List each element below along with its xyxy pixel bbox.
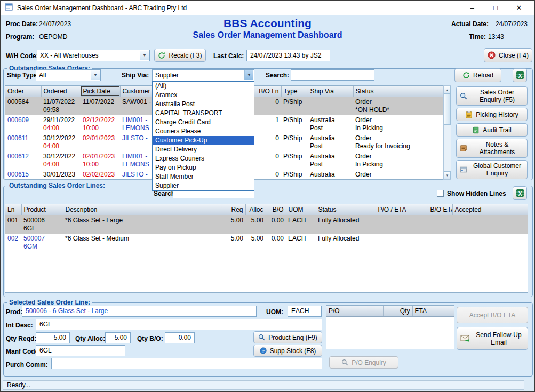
- dropdown-item[interactable]: Supplier: [153, 181, 254, 190]
- scrollbar-thumb[interactable]: [444, 94, 451, 125]
- dropdown-item[interactable]: Australia Post: [153, 100, 254, 109]
- titlebar: Sales Order Management Dashboard - ABC T…: [1, 1, 534, 15]
- column-header[interactable]: ETA: [412, 306, 454, 316]
- reload-button[interactable]: Reload: [454, 68, 501, 82]
- column-header[interactable]: Req: [222, 204, 245, 215]
- cell: OrderReady for Invoicing: [353, 170, 443, 180]
- maximize-button[interactable]: □: [484, 2, 507, 14]
- svg-text:?: ?: [262, 349, 265, 354]
- column-header[interactable]: Status: [316, 204, 376, 215]
- send-followup-email-button[interactable]: Send Follow-Up Email: [457, 327, 528, 350]
- close-button[interactable]: Close (F4): [484, 48, 532, 62]
- purch-comm-label: Purch Comm:: [6, 361, 48, 369]
- dropdown-item[interactable]: Staff Member: [153, 172, 254, 181]
- recalc-button[interactable]: Recalc (F3): [154, 49, 206, 62]
- column-header[interactable]: Description: [63, 204, 222, 215]
- line-row[interactable]: 0025000076GM*6 Glass Set - Medium5.005.0…: [5, 234, 528, 252]
- prod-field: 500006 - 6 Glass Set - Large: [22, 306, 257, 317]
- column-header[interactable]: Order: [5, 86, 41, 97]
- column-header[interactable]: Type: [281, 86, 308, 97]
- column-header[interactable]: B/O Ln: [253, 86, 281, 97]
- column-header[interactable]: Ln: [5, 204, 21, 215]
- dropdown-item[interactable]: (All): [153, 82, 254, 91]
- last-calc-value: 24/07/2023 13:43 by JS2: [246, 50, 330, 61]
- column-header[interactable]: Status: [353, 86, 443, 97]
- column-header[interactable]: B/O ETA: [428, 204, 452, 215]
- audit-document-icon: [472, 126, 480, 134]
- resize-grip[interactable]: [525, 382, 533, 390]
- dropdown-item[interactable]: Pay on Pickup: [153, 163, 254, 172]
- picking-history-button[interactable]: Picking History: [456, 108, 528, 121]
- cell: 001: [5, 215, 21, 234]
- audit-trail-button[interactable]: Audit Trail: [456, 123, 528, 137]
- svg-text:X: X: [518, 191, 522, 197]
- cell: EACH: [286, 215, 316, 234]
- cell: [376, 215, 428, 234]
- cell: [428, 215, 452, 234]
- wh-code-select[interactable]: XX - All Warehouses ▼: [37, 50, 150, 61]
- cell: Fully Allocated: [316, 215, 376, 234]
- dropdown-item[interactable]: CAPITAL TRANSPORT: [153, 109, 254, 118]
- cell: [376, 234, 428, 252]
- dropdown-item[interactable]: Charge Credit Card: [153, 118, 254, 127]
- scroll-down-icon[interactable]: ▼: [444, 171, 451, 179]
- orders-export-excel-button[interactable]: X: [513, 68, 527, 82]
- minimize-button[interactable]: –: [461, 2, 483, 14]
- actual-date-label: Actual Date:: [451, 20, 489, 28]
- column-header[interactable]: P/O: [326, 306, 383, 316]
- close-window-button[interactable]: ✕: [508, 2, 530, 14]
- dropdown-item[interactable]: Customer Pick-Up: [153, 136, 254, 145]
- qty-reqd-label: Qty Reqd:: [6, 335, 36, 342]
- column-header[interactable]: P/O / ETA: [376, 204, 428, 215]
- cell: Order*ON HOLD*: [353, 97, 443, 115]
- chevron-down-icon: ▼: [91, 70, 100, 80]
- chevron-down-icon: ▼: [140, 51, 149, 60]
- recalc-icon: [158, 52, 165, 59]
- dropdown-item[interactable]: Aramex: [153, 91, 254, 100]
- column-header[interactable]: B/O: [266, 204, 286, 215]
- cell: 11/07/202209:58: [41, 97, 81, 115]
- cell: P/Ship: [281, 170, 308, 180]
- window-controls: – □ ✕: [461, 2, 530, 14]
- scroll-up-icon[interactable]: ▲: [444, 86, 451, 94]
- dropdown-item[interactable]: Direct Delivery: [153, 145, 254, 154]
- cell: P/Ship: [281, 133, 308, 151]
- column-header[interactable]: Pick Date: [81, 86, 120, 97]
- orders-table-scrollbar[interactable]: ▲ ▼: [443, 85, 451, 180]
- ship-type-value: All: [39, 71, 46, 79]
- orders-search-input[interactable]: [291, 69, 374, 81]
- column-header[interactable]: Qty: [383, 306, 412, 316]
- sales-order-enquiry-button[interactable]: Sales Order Enquiry (F5): [456, 86, 528, 106]
- column-header[interactable]: Ordered: [41, 86, 81, 97]
- ship-via-select[interactable]: Supplier ▼: [152, 69, 254, 81]
- cell: 02/01/202310:00: [81, 151, 120, 170]
- column-header[interactable]: UOM: [286, 204, 316, 215]
- qty-alloc-field: 5.00: [105, 332, 131, 343]
- wh-code-value: XX - All Warehouses: [40, 52, 99, 59]
- cell: 0: [253, 151, 281, 170]
- po-enquiry-button[interactable]: P/O Enquiry: [329, 356, 398, 369]
- ship-type-select[interactable]: All ▼: [36, 69, 101, 81]
- column-header[interactable]: Accepted: [452, 204, 528, 215]
- dropdown-item[interactable]: Couriers Please: [153, 127, 254, 136]
- lines-table-header-row: LnProductDescriptionReqAllocB/OUOMStatus…: [5, 204, 528, 215]
- lines-export-excel-button[interactable]: X: [513, 186, 527, 200]
- supp-stock-button[interactable]: ? Supp Stock (F8): [253, 345, 322, 357]
- cell: AustraliaPost: [308, 115, 353, 133]
- product-enq-button[interactable]: Product Enq (F9): [253, 331, 322, 343]
- dropdown-item[interactable]: Express Couriers: [153, 154, 254, 163]
- cell: 5.00: [245, 215, 266, 234]
- show-hidden-lines-checkbox[interactable]: [437, 190, 444, 197]
- line-row[interactable]: 0015000066GL*6 Glass Set - Large5.005.00…: [5, 215, 528, 234]
- cell: 0: [253, 97, 281, 115]
- column-header[interactable]: Product: [21, 204, 63, 215]
- product-link[interactable]: 500006 - 6 Glass Set - Large: [26, 307, 108, 315]
- global-customer-enquiry-button[interactable]: Global Customer Enquiry: [456, 160, 528, 179]
- magnifier-icon: [460, 92, 467, 100]
- accept-bo-eta-button[interactable]: Accept B/O ETA: [457, 307, 528, 323]
- notes-attachments-button[interactable]: Notes & Attachments: [456, 139, 528, 158]
- column-header[interactable]: Ship Via: [308, 86, 353, 97]
- cell: 1: [253, 115, 281, 133]
- column-header[interactable]: Alloc: [245, 204, 266, 215]
- excel-icon: X: [516, 71, 524, 79]
